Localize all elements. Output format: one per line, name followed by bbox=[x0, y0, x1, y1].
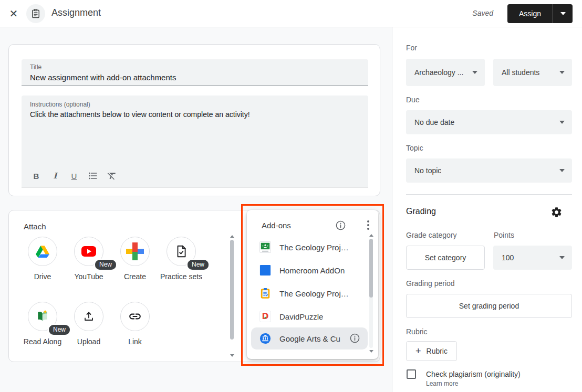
addons-heading: Add-ons bbox=[262, 221, 291, 230]
grade-category-label: Grade category bbox=[406, 231, 457, 239]
blue-square-icon bbox=[259, 264, 271, 276]
grading-settings-button[interactable] bbox=[548, 204, 565, 220]
title-field[interactable]: Title New assignment with add-on attachm… bbox=[22, 59, 368, 86]
upload-icon bbox=[74, 302, 103, 331]
students-select[interactable]: All students bbox=[493, 59, 572, 86]
plagiarism-checkbox[interactable] bbox=[407, 369, 416, 379]
set-grading-period-button[interactable]: Set grading period bbox=[406, 294, 572, 318]
set-category-button[interactable]: Set category bbox=[406, 246, 485, 270]
addon-info-button[interactable] bbox=[349, 333, 360, 346]
chevron-down-icon bbox=[559, 256, 565, 259]
clipboard-checklist-icon bbox=[259, 288, 271, 299]
addon-label: DavidPuzzle bbox=[279, 312, 323, 321]
topic-select[interactable]: No topic bbox=[406, 158, 572, 183]
due-date-value: No due date bbox=[414, 118, 454, 126]
assign-split-button: Assign bbox=[507, 4, 573, 23]
chevron-down-icon bbox=[560, 12, 566, 15]
title-field-value[interactable]: New assignment with add-on attachments bbox=[30, 73, 176, 82]
bulleted-list-icon bbox=[88, 171, 98, 181]
chevron-down-icon bbox=[559, 169, 565, 172]
attach-label: Upload bbox=[66, 336, 112, 347]
topic-label: Topic bbox=[406, 144, 423, 152]
addons-scrollbar[interactable] bbox=[369, 234, 373, 353]
info-icon bbox=[335, 220, 346, 231]
addon-label: The Geology Proj… bbox=[279, 243, 349, 252]
attach-upload-button[interactable]: Upload bbox=[66, 302, 112, 347]
addon-item-davidpuzzle[interactable]: D DavidPuzzle bbox=[251, 305, 368, 328]
underline-button[interactable]: U bbox=[65, 168, 84, 184]
arts-culture-icon bbox=[259, 333, 271, 344]
italic-button[interactable]: I bbox=[46, 168, 65, 184]
divider bbox=[406, 194, 572, 195]
chevron-down-icon bbox=[472, 71, 477, 74]
assign-dropdown-button[interactable] bbox=[553, 4, 573, 23]
addon-item-arts-culture[interactable]: Google Arts & Cu bbox=[251, 327, 368, 349]
attach-create-button[interactable]: Create bbox=[112, 237, 158, 282]
learn-more-link[interactable]: Learn more bbox=[426, 380, 458, 387]
add-rubric-button[interactable]: + Rubric bbox=[406, 341, 457, 361]
close-icon[interactable]: ✕ bbox=[7, 7, 20, 20]
points-select[interactable]: 100 bbox=[493, 246, 572, 270]
clear-formatting-icon bbox=[107, 171, 117, 181]
addon-label: Google Arts & Cu bbox=[279, 334, 340, 343]
attach-label: YouTube bbox=[66, 271, 112, 282]
text-format-toolbar: B I U bbox=[27, 168, 121, 184]
new-badge: New bbox=[186, 259, 210, 271]
rubric-label: Rubric bbox=[406, 327, 427, 336]
assignment-form-card: Title New assignment with add-on attachm… bbox=[8, 44, 380, 196]
bulleted-list-button[interactable] bbox=[84, 168, 102, 184]
attach-scrollbar[interactable] bbox=[230, 235, 234, 357]
new-badge: New bbox=[94, 259, 117, 271]
instructions-field-value[interactable]: Click the attachments below to view cont… bbox=[30, 110, 250, 119]
svg-text:D: D bbox=[262, 312, 269, 321]
bold-button[interactable]: B bbox=[27, 168, 46, 184]
addons-popup: Add-ons The Geology Proj… Homeroom AddOn bbox=[247, 210, 378, 359]
scroll-down-icon[interactable] bbox=[369, 350, 373, 353]
info-icon bbox=[349, 333, 360, 344]
attach-label: Read Along bbox=[19, 336, 66, 347]
assign-button[interactable]: Assign bbox=[507, 4, 553, 23]
underline-icon: U bbox=[71, 172, 77, 181]
google-drive-icon bbox=[28, 237, 57, 266]
chevron-down-icon bbox=[559, 71, 565, 74]
attach-label: Practice sets bbox=[158, 271, 204, 282]
assignment-icon bbox=[26, 4, 45, 23]
attach-youtube-button[interactable]: New YouTube bbox=[66, 237, 112, 282]
davidpuzzle-icon: D bbox=[259, 311, 271, 322]
attach-label: Create bbox=[112, 271, 158, 282]
clear-formatting-button[interactable] bbox=[102, 168, 121, 184]
create-plus-icon bbox=[120, 237, 150, 266]
scrollbar-thumb[interactable] bbox=[230, 240, 234, 340]
assignment-screen: ✕ Assignment Saved Assign Title New assi… bbox=[0, 0, 582, 392]
settings-sidebar: For Archaeology ... All students Due No … bbox=[392, 27, 582, 392]
addon-item-geology-1[interactable]: The Geology Proj… bbox=[251, 236, 368, 259]
rubric-button-label: Rubric bbox=[427, 347, 448, 355]
scroll-up-icon[interactable] bbox=[230, 235, 234, 238]
attach-practice-sets-button[interactable]: New Practice sets bbox=[158, 237, 204, 282]
scroll-up-icon[interactable] bbox=[369, 234, 373, 237]
class-select-value: Archaeology ... bbox=[414, 68, 463, 77]
addons-highlight-outline: Add-ons The Geology Proj… Homeroom AddOn bbox=[241, 204, 384, 366]
class-select[interactable]: Archaeology ... bbox=[406, 59, 485, 86]
attach-label: Link bbox=[112, 336, 158, 347]
addons-menu-button[interactable] bbox=[362, 219, 375, 231]
plagiarism-label: Check plagiarism (originality) bbox=[426, 370, 521, 378]
addon-item-homeroom[interactable]: Homeroom AddOn bbox=[251, 259, 368, 282]
saved-status: Saved bbox=[472, 9, 493, 17]
due-date-select[interactable]: No due date bbox=[406, 110, 572, 134]
attach-read-along-button[interactable]: New Read Along bbox=[19, 302, 66, 347]
scroll-down-icon[interactable] bbox=[230, 354, 234, 357]
attach-drive-button[interactable]: Drive bbox=[19, 237, 66, 282]
new-badge: New bbox=[48, 324, 71, 336]
scrollbar-thumb[interactable] bbox=[369, 239, 373, 298]
instructions-field-label: Instructions (optional) bbox=[30, 101, 90, 108]
grading-period-label: Grading period bbox=[406, 279, 455, 288]
addon-label: Homeroom AddOn bbox=[279, 266, 345, 275]
chevron-down-icon bbox=[559, 121, 565, 124]
attach-heading: Attach bbox=[24, 222, 46, 231]
due-label: Due bbox=[406, 96, 420, 104]
addon-item-geology-2[interactable]: The Geology Proj… bbox=[251, 282, 368, 305]
instructions-field[interactable]: Instructions (optional) Click the attach… bbox=[22, 96, 368, 187]
attach-link-button[interactable]: Link bbox=[112, 302, 158, 347]
addons-info-button[interactable] bbox=[335, 220, 346, 233]
